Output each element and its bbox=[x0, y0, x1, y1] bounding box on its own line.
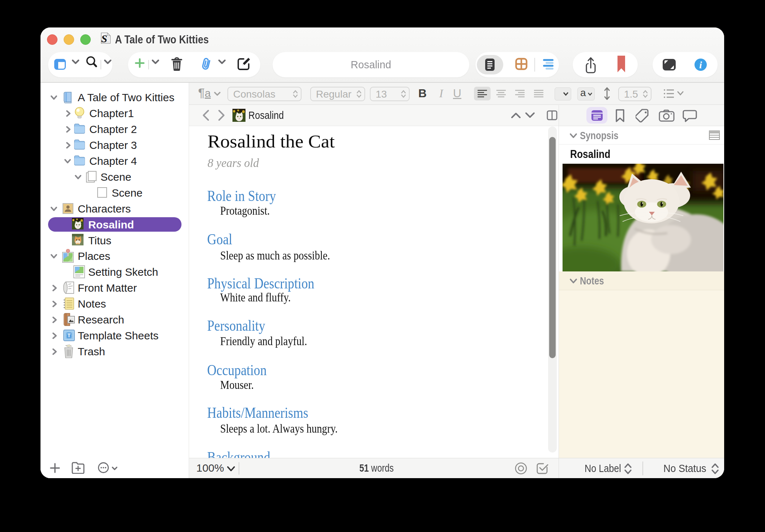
svg-text:S: S bbox=[101, 33, 107, 44]
svg-text:i: i bbox=[699, 59, 702, 70]
svg-text:T: T bbox=[68, 332, 71, 338]
